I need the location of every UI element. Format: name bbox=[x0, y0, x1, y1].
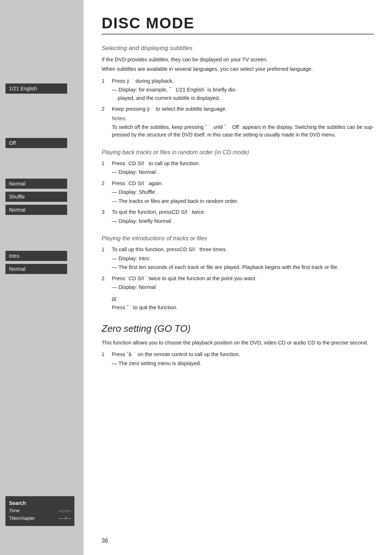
step3-2-content: Press ˙CD S/I ˙ twice to quit the functi… bbox=[112, 274, 374, 291]
step1-1: 1 Press ÿ ˙ during playback. — Display: … bbox=[102, 77, 374, 102]
step4-1-num: 1 bbox=[102, 350, 107, 367]
step4-1: 1 Press ˝ā ˙ on the remote control to ca… bbox=[102, 350, 374, 367]
step2-3: 3 To quit the function, pressCD S/I ˙ tw… bbox=[102, 208, 374, 225]
zero-heading: Zero setting (GO TO) bbox=[102, 323, 374, 334]
page-number: 36 bbox=[102, 538, 108, 544]
step2-1-content: Press ˙CD S/I ˙ to call up the function.… bbox=[112, 159, 374, 176]
step1-2-note-text: To switch off the subtitles, keep pressi… bbox=[112, 123, 374, 139]
search-chapter-value: --- /--- bbox=[59, 515, 71, 522]
search-chapter-label: Title/chapter bbox=[9, 515, 35, 522]
sidebar-normal3-block: Normal bbox=[5, 264, 67, 274]
sidebar-english-block: 1/21 English bbox=[5, 83, 67, 94]
step2-3-display: — Display: briefly Normal˙. bbox=[112, 217, 374, 225]
step1-1-num: 1 bbox=[102, 77, 107, 102]
step3-1: 1 To call up this function, pressCD S/I … bbox=[102, 245, 374, 271]
step1-2-content: Keep pressing ÿ ˙ to select the subtitle… bbox=[112, 105, 374, 139]
zero-intro: This function allows you to choose the p… bbox=[102, 339, 374, 347]
step1-2-note-label: Notes: bbox=[112, 115, 374, 123]
sidebar-normal1-block: Normal bbox=[5, 179, 67, 189]
search-chapter-row: Title/chapter --- /--- bbox=[9, 515, 71, 522]
search-time-row: Time --;--;-- bbox=[9, 507, 71, 515]
sidebar-intro-block: Intro bbox=[5, 251, 67, 261]
step1-1-text: Press ÿ ˙ during playback. bbox=[112, 78, 174, 84]
steps-list-3: 1 To call up this function, pressCD S/I … bbox=[102, 245, 374, 291]
search-time-value: --;--;-- bbox=[59, 507, 71, 515]
step3-2-display: — Display: Normal˙ bbox=[112, 283, 374, 291]
search-time-label: Time bbox=[9, 507, 19, 515]
step2-1-num: 1 bbox=[102, 159, 107, 176]
or-label: or bbox=[112, 295, 117, 301]
step3-1-num: 1 bbox=[102, 245, 107, 271]
step4-1-text: Press ˝ā ˙ on the remote control to call… bbox=[112, 351, 240, 357]
step2-1-text: Press ˙CD S/I ˙ to call up the function. bbox=[112, 160, 200, 166]
step1-1-display: — Display: for example, ˝ 1/21 English˙ … bbox=[112, 86, 374, 102]
step3-1-display1: — Display: Intro˙. bbox=[112, 254, 374, 262]
step1-2-text: Keep pressing ÿ ˙ to select the subtitle… bbox=[112, 106, 227, 112]
step1-2: 2 Keep pressing ÿ ˙ to select the subtit… bbox=[102, 105, 374, 139]
step2-3-text: To quit the function, pressCD S/I ˙ twic… bbox=[112, 209, 205, 215]
step2-2-display2: — The tracks or files are played back in… bbox=[112, 197, 374, 205]
step4-1-display: — The zero setting menu is displayed. bbox=[112, 359, 374, 367]
sidebar-search-box: Search Time --;--;-- Title/chapter --- /… bbox=[5, 496, 74, 526]
step2-2-display1: — Display: Shuffle˙. bbox=[112, 188, 374, 196]
step3-2-text: Press ˙CD S/I ˙ twice to quit the functi… bbox=[112, 276, 257, 281]
step3-2-num: 2 bbox=[102, 274, 107, 291]
sidebar-normal2-block: Normal bbox=[5, 205, 67, 215]
steps-list-2: 1 Press ˙CD S/I ˙ to call up the functio… bbox=[102, 159, 374, 225]
step3-1-content: To call up this function, pressCD S/I ˙ … bbox=[112, 245, 374, 271]
step2-3-num: 3 bbox=[102, 208, 107, 225]
section-heading-random: Playing back tracks or files in random o… bbox=[102, 149, 374, 156]
steps-list-4: 1 Press ˝ā ˙ on the remote control to ca… bbox=[102, 350, 374, 367]
or-text: Press ˝ ˙ to quit the function. bbox=[112, 305, 177, 310]
intro-text1: If the DVD provides subtitles, they can … bbox=[102, 56, 374, 64]
step1-1-content: Press ÿ ˙ during playback. — Display: fo… bbox=[112, 77, 374, 102]
section-heading-subtitles: Selecting and displaying subtitles bbox=[102, 45, 374, 52]
step2-2-num: 2 bbox=[102, 179, 107, 205]
main-content: DISC MODE Selecting and displaying subti… bbox=[83, 0, 392, 555]
step3-1-display2: — The first ten seconds of each track or… bbox=[112, 263, 374, 271]
step2-1-display: — Display: Normal˙. bbox=[112, 168, 374, 176]
step3-2: 2 Press ˙CD S/I ˙ twice to quit the func… bbox=[102, 274, 374, 291]
section-heading-intro: Playing the introductions of tracks or f… bbox=[102, 235, 374, 242]
step2-2-text: Press ˙CD S/I ˙ again. bbox=[112, 180, 163, 186]
sidebar-shuffle-block: Shuffle bbox=[5, 192, 67, 202]
step1-2-num: 2 bbox=[102, 105, 107, 139]
step3-1-text: To call up this function, pressCD S/I ˙ … bbox=[112, 246, 227, 252]
page: 1/21 English Off Normal Shuffle Normal I… bbox=[0, 0, 392, 555]
step2-2: 2 Press ˙CD S/I ˙ again. — Display: Shuf… bbox=[102, 179, 374, 205]
page-title: DISC MODE bbox=[102, 15, 374, 34]
step2-1: 1 Press ˙CD S/I ˙ to call up the functio… bbox=[102, 159, 374, 176]
step4-1-content: Press ˝ā ˙ on the remote control to call… bbox=[112, 350, 374, 367]
step2-3-content: To quit the function, pressCD S/I ˙ twic… bbox=[112, 208, 374, 225]
sidebar: 1/21 English Off Normal Shuffle Normal I… bbox=[0, 0, 83, 555]
intro-text2: When subtitles are available in several … bbox=[102, 65, 374, 73]
sidebar-off-block: Off bbox=[5, 138, 67, 148]
step2-2-content: Press ˙CD S/I ˙ again. — Display: Shuffl… bbox=[112, 179, 374, 205]
steps-list-1: 1 Press ÿ ˙ during playback. — Display: … bbox=[102, 77, 374, 139]
search-title: Search bbox=[9, 499, 71, 507]
